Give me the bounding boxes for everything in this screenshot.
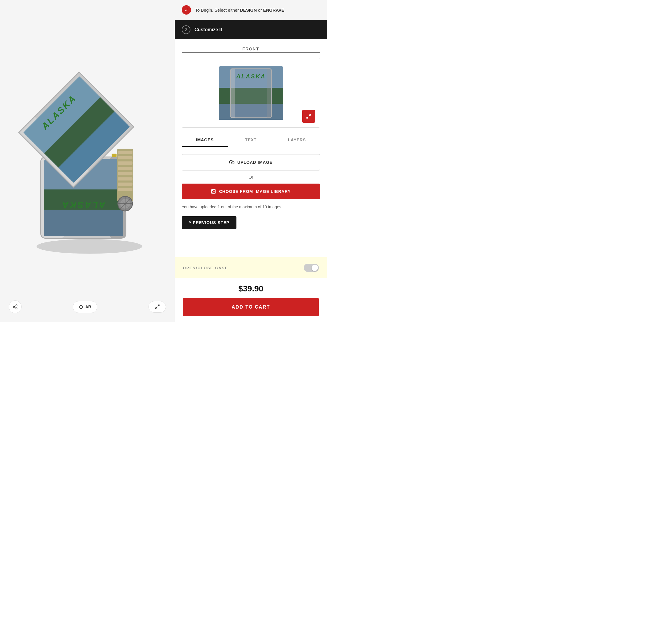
upload-info-text: You have uploaded 1 out of the maximum o… bbox=[182, 205, 320, 209]
ar-icon: ⬡ bbox=[79, 304, 83, 310]
customize-area: FRONT ALASKA bbox=[175, 39, 327, 257]
svg-rect-26 bbox=[118, 182, 132, 186]
svg-rect-27 bbox=[118, 188, 132, 191]
svg-rect-50 bbox=[267, 69, 271, 118]
svg-point-36 bbox=[13, 306, 15, 308]
step1-text: To Begin, Select either DESIGN or ENGRAV… bbox=[195, 7, 285, 13]
upload-button-label: UPLOAD IMAGE bbox=[237, 160, 272, 165]
svg-rect-8 bbox=[44, 210, 123, 236]
tab-layers[interactable]: LAYERS bbox=[274, 134, 320, 147]
customizer-panel: ✓ To Begin, Select either DESIGN or ENGR… bbox=[175, 0, 327, 322]
tab-images[interactable]: IMAGES bbox=[182, 134, 228, 147]
library-button-label: CHOOSE FROM IMAGE LIBRARY bbox=[219, 189, 291, 194]
library-button[interactable]: CHOOSE FROM IMAGE LIBRARY bbox=[182, 184, 320, 199]
tab-text[interactable]: TEXT bbox=[228, 134, 274, 147]
fullscreen-button[interactable] bbox=[148, 301, 166, 313]
toggle-label: OPEN/CLOSE CASE bbox=[183, 266, 228, 270]
tabs-container: IMAGES TEXT LAYERS bbox=[182, 134, 320, 147]
svg-point-37 bbox=[16, 308, 17, 309]
bottom-toolbar: ⬡ AR bbox=[0, 300, 175, 313]
ar-button[interactable]: ⬡ AR bbox=[73, 301, 97, 313]
svg-rect-49 bbox=[231, 69, 235, 118]
step2-header: 2 Customize It bbox=[175, 20, 327, 39]
svg-point-55 bbox=[213, 190, 213, 191]
svg-rect-21 bbox=[118, 156, 132, 159]
svg-rect-22 bbox=[118, 161, 132, 165]
add-to-cart-label: ADD TO CART bbox=[232, 304, 270, 309]
add-to-cart-button[interactable]: ADD TO CART bbox=[183, 298, 319, 316]
product-preview-panel: ALASKA ALASKA bbox=[0, 0, 175, 322]
ar-label: AR bbox=[85, 304, 91, 309]
svg-point-35 bbox=[16, 305, 17, 306]
expand-button[interactable] bbox=[302, 110, 315, 123]
preview-box: ALASKA bbox=[182, 58, 320, 128]
check-icon: ✓ bbox=[185, 7, 188, 13]
open-close-toggle-bar: OPEN/CLOSE CASE bbox=[175, 257, 327, 278]
svg-line-39 bbox=[14, 306, 16, 306]
prev-step-label: ^ PREVIOUS STEP bbox=[189, 220, 229, 225]
front-label: FRONT bbox=[182, 47, 320, 53]
svg-rect-23 bbox=[118, 167, 132, 170]
price-cart-area: $39.90 ADD TO CART bbox=[175, 278, 327, 322]
lighter-illustration: ALASKA ALASKA bbox=[0, 0, 175, 322]
svg-point-0 bbox=[37, 239, 142, 254]
share-button[interactable] bbox=[9, 300, 22, 313]
svg-rect-34 bbox=[112, 154, 117, 157]
upload-image-button[interactable]: UPLOAD IMAGE bbox=[182, 154, 320, 170]
step2-label: Customize It bbox=[195, 27, 222, 32]
svg-line-38 bbox=[14, 307, 16, 308]
front-label-container: FRONT bbox=[182, 46, 320, 53]
or-divider: Or bbox=[182, 175, 320, 180]
step1-check: ✓ bbox=[182, 5, 191, 15]
step1-header: ✓ To Begin, Select either DESIGN or ENGR… bbox=[175, 0, 327, 20]
svg-rect-20 bbox=[118, 151, 132, 154]
step2-number: 2 bbox=[182, 25, 190, 34]
svg-rect-25 bbox=[118, 177, 132, 180]
svg-rect-24 bbox=[118, 172, 132, 175]
svg-text:ALASKA: ALASKA bbox=[236, 73, 266, 79]
svg-text:ALASKA: ALASKA bbox=[61, 200, 106, 210]
price-display: $39.90 bbox=[183, 284, 319, 294]
library-icon bbox=[211, 189, 216, 194]
preview-lighter-svg: ALASKA bbox=[216, 64, 286, 121]
previous-step-button[interactable]: ^ PREVIOUS STEP bbox=[182, 216, 237, 229]
open-close-toggle[interactable] bbox=[304, 264, 319, 272]
upload-icon bbox=[229, 160, 235, 165]
